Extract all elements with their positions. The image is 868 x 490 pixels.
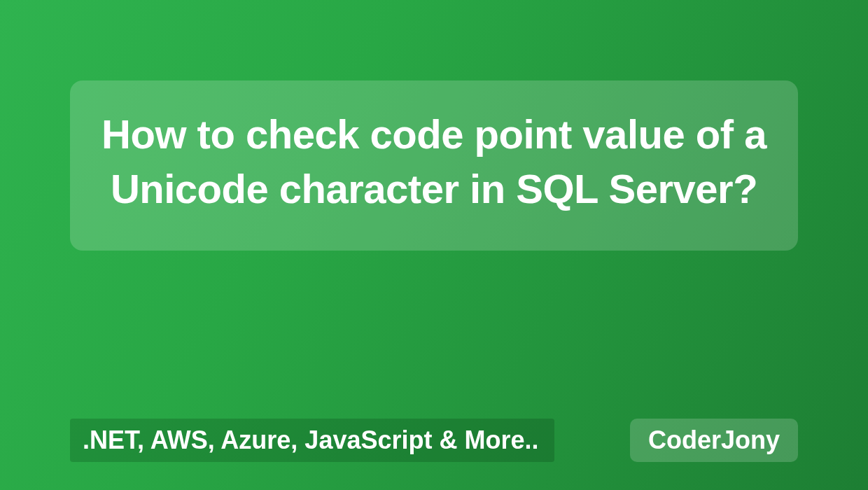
brand-card: CoderJony	[630, 419, 798, 462]
title-card: How to check code point value of a Unico…	[70, 80, 798, 251]
tagline-text: .NET, AWS, Azure, JavaScript & More..	[83, 426, 539, 454]
tagline-card: .NET, AWS, Azure, JavaScript & More..	[70, 419, 554, 462]
page-title: How to check code point value of a Unico…	[98, 107, 770, 217]
brand-name: CoderJony	[648, 426, 780, 454]
